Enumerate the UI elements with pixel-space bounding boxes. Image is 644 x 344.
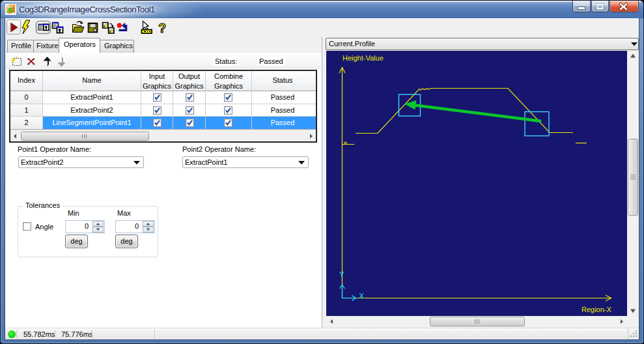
svg-text:Region-X: Region-X bbox=[581, 306, 612, 313]
svg-text:?: ? bbox=[158, 21, 166, 35]
svg-text:X: X bbox=[359, 292, 365, 300]
svg-text:Height-Value: Height-Value bbox=[343, 54, 384, 62]
svg-text:Y: Y bbox=[339, 270, 344, 278]
